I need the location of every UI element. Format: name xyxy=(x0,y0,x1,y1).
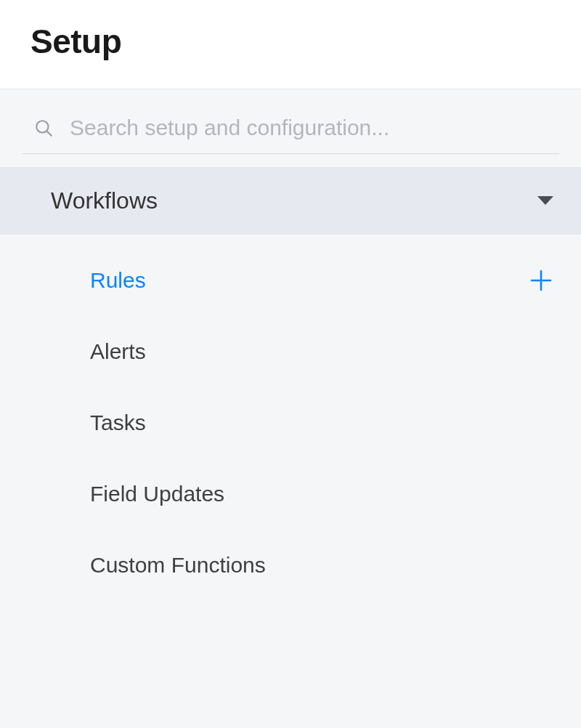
plus-icon[interactable] xyxy=(529,268,553,293)
svg-point-0 xyxy=(36,121,48,132)
search-icon xyxy=(33,118,54,138)
search-input[interactable] xyxy=(70,116,548,140)
menu-item-label: Tasks xyxy=(90,410,146,435)
menu-item-field-updates[interactable]: Field Updates xyxy=(0,458,581,530)
menu-item-tasks[interactable]: Tasks xyxy=(0,387,581,458)
menu-item-custom-functions[interactable]: Custom Functions xyxy=(0,530,581,601)
menu-item-label: Field Updates xyxy=(90,482,224,506)
menu-item-rules[interactable]: Rules xyxy=(0,245,581,316)
header: Setup xyxy=(0,0,581,89)
search-area xyxy=(0,89,581,167)
menu-list: Rules Alerts Tasks Field Updates Custom … xyxy=(0,235,581,611)
svg-line-1 xyxy=(47,132,52,136)
menu-item-label: Custom Functions xyxy=(90,553,266,578)
section-header-label: Workflows xyxy=(51,187,158,214)
chevron-down-icon xyxy=(537,196,553,206)
page-title: Setup xyxy=(31,22,550,61)
menu-item-label: Rules xyxy=(90,268,146,293)
menu-item-alerts[interactable]: Alerts xyxy=(0,316,581,387)
section-header-workflows[interactable]: Workflows xyxy=(0,167,581,235)
svg-marker-2 xyxy=(537,196,553,205)
search-row[interactable] xyxy=(22,116,559,154)
menu-item-label: Alerts xyxy=(90,339,146,364)
